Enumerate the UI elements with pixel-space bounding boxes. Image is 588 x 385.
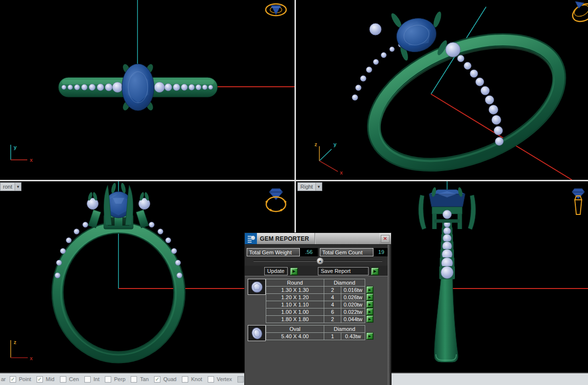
shape-header: Oval <box>266 325 324 333</box>
update-run-icon[interactable]: ▶ <box>290 268 298 275</box>
row-run-button[interactable]: ▶ <box>366 332 373 340</box>
gem-weight-cell: 0.022tw <box>341 308 365 316</box>
viewport-title-label: ront <box>0 184 15 190</box>
checkbox[interactable]: ✓ <box>131 376 137 383</box>
gem-count-cell: 4 <box>324 301 341 308</box>
viewport-title-label: Right <box>298 184 315 190</box>
gem-count-cell: 2 <box>324 286 341 294</box>
checkbox[interactable]: ✓ <box>84 376 91 383</box>
dialog-scrollbar[interactable] <box>388 245 391 385</box>
osnap-int[interactable]: ✓ Int <box>84 376 99 383</box>
panel-resize-slider: ▲ <box>252 257 384 265</box>
viewport-top[interactable]: y x <box>0 0 294 180</box>
stone-header: Diamond <box>324 325 365 333</box>
checkbox[interactable]: ✓ <box>60 376 66 383</box>
gem-size-cell: 1.80 X 1.80 <box>266 315 324 323</box>
checkbox[interactable]: ✓ <box>154 376 160 383</box>
ring-model-right-view <box>419 187 476 362</box>
checkbox[interactable]: ✓ <box>208 376 214 383</box>
oval-gem-thumbnail[interactable] <box>248 325 266 341</box>
table-row: 1.00 X 1.00 6 0.022tw ▶ <box>266 308 373 316</box>
osnap-perp[interactable]: ✓ Perp <box>105 376 125 383</box>
gem-table-round: Round Diamond 1.30 X 1.30 2 0.016tw ▶ 1.… <box>248 279 388 323</box>
checkbox[interactable]: ✓ <box>10 376 16 383</box>
svg-text:x: x <box>30 157 33 163</box>
gem-size-cell: 5.40 X 4.00 <box>266 332 324 340</box>
osnap-vertex[interactable]: ✓ Vertex <box>208 376 232 383</box>
slider-thumb[interactable]: ▲ <box>316 257 324 265</box>
row-run-button[interactable]: ▶ <box>366 315 373 323</box>
gem-size-cell: 1.20 X 1.20 <box>266 293 324 301</box>
table-row: 1.30 X 1.30 2 0.016tw ▶ <box>266 287 373 294</box>
check-icon: ✓ <box>155 377 159 382</box>
stone-header: Diamond <box>324 279 365 287</box>
svg-text:x: x <box>30 355 33 361</box>
gem-weight-cell: 0.044tw <box>341 315 365 323</box>
row-run-button[interactable]: ▶ <box>366 293 373 301</box>
row-run-button[interactable]: ▶ <box>366 301 373 308</box>
osnap-mid[interactable]: ✓ Mid <box>37 376 55 383</box>
gem-count-cell: 4 <box>324 293 341 301</box>
save-report-run-icon[interactable]: ▶ <box>371 268 379 275</box>
gem-reporter-dialog: GEM REPORTER ✕ Total Gem Weight .56 Tota… <box>245 233 391 385</box>
view-orientation-icon[interactable] <box>265 189 287 212</box>
total-gem-count-value: 19 <box>373 248 389 256</box>
osnap-cen[interactable]: ✓ Cen <box>60 376 79 383</box>
shape-header: Round <box>266 279 324 287</box>
gem-count-cell: 1 <box>324 332 341 340</box>
gem-weight-cell: 0.016tw <box>341 286 365 294</box>
osnap-point[interactable]: ✓ Point <box>10 376 31 383</box>
dialog-title-bar[interactable]: GEM REPORTER ✕ <box>245 233 391 245</box>
svg-text:y: y <box>14 144 17 150</box>
save-report-button[interactable]: Save Report <box>318 267 369 275</box>
osnap-quad[interactable]: ✓ Quad <box>154 376 176 383</box>
update-button[interactable]: Update <box>264 267 288 275</box>
viewport-title-front[interactable]: ront ▾ <box>0 182 21 191</box>
round-gem-thumbnail[interactable] <box>248 279 266 295</box>
osnap-knot[interactable]: ✓ Knot <box>182 376 202 383</box>
checkbox[interactable]: ✓ <box>105 376 111 383</box>
axis-indicator: y x <box>11 144 33 163</box>
total-gem-count-label: Total Gem Count <box>320 248 373 256</box>
oval-gem-grid: Oval Diamond 5.40 X 4.00 1 0.43tw ▶ <box>266 325 373 340</box>
axis-indicator: z x <box>11 339 33 361</box>
gem-weight-cell: 0.020tw <box>341 301 365 308</box>
gem-size-cell: 1.30 X 1.30 <box>266 286 324 294</box>
gem-count-cell: 6 <box>324 308 341 316</box>
total-gem-weight-label: Total Gem Weight <box>247 248 300 256</box>
close-icon[interactable]: ✕ <box>381 235 390 243</box>
row-run-button[interactable]: ▶ <box>366 286 373 293</box>
checkbox[interactable]: ✓ <box>237 376 244 383</box>
gem-size-cell: 1.00 X 1.00 <box>266 308 324 316</box>
svg-text:z: z <box>314 141 317 147</box>
check-icon: ✓ <box>11 377 15 382</box>
table-row: 1.10 X 1.10 4 0.020tw ▶ <box>266 301 373 308</box>
dialog-title: GEM REPORTER <box>257 233 314 244</box>
total-gem-weight-value: .56 <box>300 248 318 256</box>
view-orientation-icon[interactable] <box>266 4 286 16</box>
checkbox[interactable]: ✓ <box>182 376 188 383</box>
view-orientation-icon[interactable] <box>569 0 588 25</box>
view-orientation-icon[interactable] <box>572 189 585 214</box>
osnap-partial-label: ar <box>1 376 6 382</box>
gem-weight-cell: 0.026tw <box>341 293 365 301</box>
table-row: 1.20 X 1.20 4 0.026tw ▶ <box>266 294 373 301</box>
gem-size-cell: 1.10 X 1.10 <box>266 301 324 308</box>
ring-model-perspective <box>352 11 577 180</box>
row-run-button[interactable]: ▶ <box>366 308 373 315</box>
axis-indicator: z y x <box>314 141 343 175</box>
chevron-down-icon[interactable]: ▾ <box>315 183 322 191</box>
gem-count-cell: 2 <box>324 315 341 323</box>
checkbox[interactable]: ✓ <box>37 376 43 383</box>
viewport-perspective[interactable]: z y x <box>296 0 588 180</box>
table-row: 1.80 X 1.80 2 0.044tw ▶ <box>266 316 373 323</box>
table-row: 5.40 X 4.00 1 0.43tw ▶ <box>266 333 373 340</box>
ring-model-top-view <box>59 63 217 111</box>
viewport-title-right[interactable]: Right ▾ <box>297 182 322 191</box>
viewport-divider-horizontal[interactable] <box>0 180 588 181</box>
gem-weight-cell: 0.43tw <box>341 332 365 340</box>
dialog-title-spacer <box>314 233 379 244</box>
gem-tables-panel: Round Diamond 1.30 X 1.30 2 0.016tw ▶ 1.… <box>245 276 388 385</box>
osnap-tan[interactable]: ✓ Tan <box>131 376 149 383</box>
chevron-down-icon[interactable]: ▾ <box>15 183 21 191</box>
